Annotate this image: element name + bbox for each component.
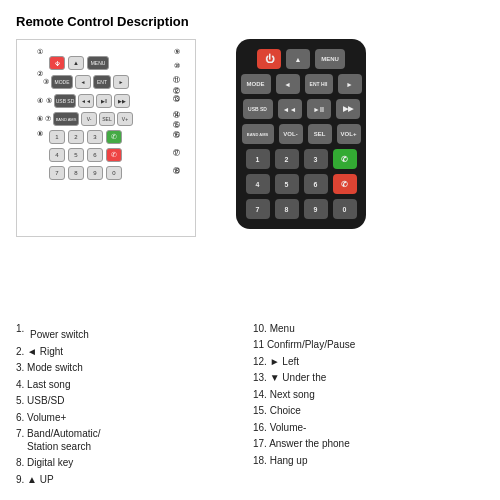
- num-5-btn[interactable]: 5: [275, 174, 299, 194]
- menu-btn[interactable]: MENU: [315, 49, 345, 69]
- prev-btn[interactable]: ◄◄: [278, 99, 302, 119]
- desc-2: 2. ◄ Right: [16, 345, 247, 359]
- desc-4: 4. Last song: [16, 378, 247, 392]
- page-title: Remote Control Description: [16, 14, 484, 29]
- desc-9: 9. ▲ UP: [16, 473, 247, 487]
- num-2-btn[interactable]: 2: [275, 149, 299, 169]
- desc-12: 12. ► Left: [253, 355, 484, 369]
- hangup-btn[interactable]: ✆: [333, 174, 357, 194]
- num-0-btn[interactable]: 0: [333, 199, 357, 219]
- usb-btn[interactable]: USB SD: [243, 99, 273, 119]
- desc-8: 8. Digital key: [16, 456, 247, 470]
- desc-17: 17. Answer the phone: [253, 437, 484, 451]
- remote-device: ⏻ ▲ MENU MODE ◄ ENT HII ► USB SD ◄◄ ►II …: [236, 39, 366, 316]
- desc-6: 6. Volume+: [16, 411, 247, 425]
- power-btn[interactable]: ⏻: [257, 49, 281, 69]
- desc-16: 16. Volume-: [253, 421, 484, 435]
- desc-15: 15. Choice: [253, 404, 484, 418]
- remote-row-7: 7 8 9 0: [244, 199, 358, 219]
- mode-btn[interactable]: MODE: [241, 74, 271, 94]
- left-btn[interactable]: ◄: [276, 74, 300, 94]
- num-8-btn[interactable]: 8: [275, 199, 299, 219]
- vol-plus-btn[interactable]: VOL+: [337, 124, 361, 144]
- num-4-btn[interactable]: 4: [246, 174, 270, 194]
- diagram-area: ① ⑨ ⏻ ▲ MENU ② ⑩ ③ MODE ◄ ENT: [16, 39, 226, 316]
- desc-14: 14. Next song: [253, 388, 484, 402]
- band-btn[interactable]: BAND AMS: [242, 124, 274, 144]
- play-btn[interactable]: ►II: [307, 99, 331, 119]
- desc-11: 11 Confirm/Play/Pause: [253, 338, 484, 352]
- remote-row-6: 4 5 6 ✆: [244, 174, 358, 194]
- num-1-btn[interactable]: 1: [246, 149, 270, 169]
- next-btn[interactable]: ▶▶: [336, 99, 360, 119]
- desc-3: 3. Mode switch: [16, 361, 247, 375]
- remote-row-1: ⏻ ▲ MENU: [244, 49, 358, 69]
- call-btn[interactable]: ✆: [333, 149, 357, 169]
- diagram-box: ① ⑨ ⏻ ▲ MENU ② ⑩ ③ MODE ◄ ENT: [16, 39, 196, 237]
- desc-5: 5. USB/SD: [16, 394, 247, 408]
- remote-row-3: USB SD ◄◄ ►II ▶▶: [244, 99, 358, 119]
- num-9-btn[interactable]: 9: [304, 199, 328, 219]
- desc-col-left: 1. Power switch 2. ◄ Right 3. Mode switc…: [16, 322, 247, 487]
- sel-btn[interactable]: SEL: [308, 124, 332, 144]
- up-btn[interactable]: ▲: [286, 49, 310, 69]
- num-3-btn[interactable]: 3: [304, 149, 328, 169]
- remote-row-2: MODE ◄ ENT HII ►: [244, 74, 358, 94]
- desc-18: 18. Hang up: [253, 454, 484, 468]
- num-7-btn[interactable]: 7: [246, 199, 270, 219]
- remote-row-5: 1 2 3 ✆: [244, 149, 358, 169]
- desc-1-text: Power switch: [30, 328, 247, 342]
- description-section: 1. Power switch 2. ◄ Right 3. Mode switc…: [16, 322, 484, 487]
- ent-btn[interactable]: ENT HII: [305, 74, 333, 94]
- remote-row-4: BAND AMS VOL- SEL VOL+: [244, 124, 358, 144]
- vol-minus-btn[interactable]: VOL-: [279, 124, 303, 144]
- num-6-btn[interactable]: 6: [304, 174, 328, 194]
- desc-col-right: 10. Menu 11 Confirm/Play/Pause 12. ► Lef…: [253, 322, 484, 487]
- desc-10: 10. Menu: [253, 322, 484, 336]
- remote-body: ⏻ ▲ MENU MODE ◄ ENT HII ► USB SD ◄◄ ►II …: [236, 39, 366, 229]
- right-btn[interactable]: ►: [338, 74, 362, 94]
- desc-7: 7. Band/Automatic/ Station search: [16, 427, 247, 453]
- desc-13: 13. ▼ Under the: [253, 371, 484, 385]
